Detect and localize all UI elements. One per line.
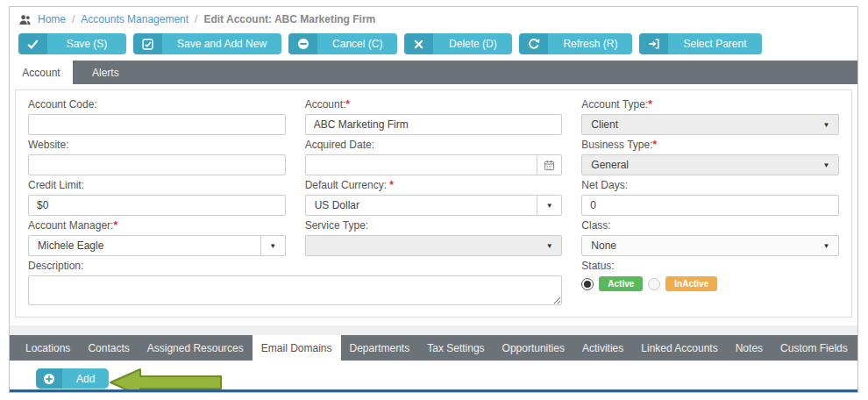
field-net-days: Net Days:	[581, 178, 839, 216]
field-default-currency: Default Currency: * US Dollar ▼	[305, 178, 563, 216]
status-active-radio[interactable]	[581, 278, 594, 290]
toolbar: Save (S) Save and Add New Cancel (C) Del…	[10, 30, 857, 61]
calendar-icon[interactable]	[537, 155, 561, 175]
delete-button-label: Delete (D)	[433, 33, 512, 54]
select-parent-button[interactable]: Select Parent	[639, 33, 761, 54]
net-days-label: Net Days:	[581, 180, 839, 191]
field-description: Description:	[28, 259, 562, 309]
tab-email-domains[interactable]: Email Domains	[253, 335, 341, 361]
users-icon	[18, 14, 32, 25]
x-icon	[404, 33, 433, 54]
minus-circle-icon	[288, 33, 317, 54]
tab-departments[interactable]: Departments	[341, 335, 419, 361]
credit-limit-input[interactable]	[29, 196, 285, 215]
field-class: Class: None ▼	[581, 218, 839, 256]
tab-tax-settings[interactable]: Tax Settings	[418, 335, 493, 361]
section-divider	[10, 325, 857, 335]
detail-tabstrip: Locations Contacts Assigned Resources Em…	[10, 335, 857, 361]
tab-notes[interactable]: Notes	[727, 335, 772, 361]
required-marker: *	[389, 179, 394, 191]
plus-circle-icon	[36, 368, 62, 389]
delete-button[interactable]: Delete (D)	[404, 33, 512, 54]
default-currency-label: Default Currency: *	[305, 180, 563, 191]
tab-linked-accounts[interactable]: Linked Accounts	[632, 335, 726, 361]
description-textarea[interactable]	[28, 275, 562, 305]
status-inactive-badge[interactable]: InActive	[665, 276, 717, 291]
status-inactive-radio[interactable]	[648, 278, 660, 290]
tab-account[interactable]: Account	[10, 61, 73, 84]
account-form-panel: Account Code: Account:* Account Type:* C…	[15, 89, 852, 318]
account-code-label: Account Code:	[28, 99, 286, 111]
breadcrumb: Home / Accounts Management / Edit Accoun…	[10, 7, 857, 30]
required-marker: *	[648, 98, 652, 111]
checkbox-icon	[133, 33, 162, 54]
status-active-badge[interactable]: Active	[599, 276, 643, 291]
breadcrumb-home-link[interactable]: Home	[38, 13, 66, 25]
account-input[interactable]	[306, 115, 562, 134]
field-acquired-date: Acquired Date:	[305, 138, 563, 175]
tab-assigned-resources[interactable]: Assigned Resources	[139, 335, 253, 361]
top-tabstrip: Account Alerts	[10, 61, 857, 84]
field-credit-limit: Credit Limit:	[28, 178, 286, 216]
class-label: Class:	[581, 220, 839, 232]
tab-locations[interactable]: Locations	[17, 335, 79, 361]
tab-alerts[interactable]: Alerts	[73, 67, 139, 79]
add-button[interactable]: Add	[36, 368, 109, 389]
tab-activities[interactable]: Activities	[573, 335, 632, 361]
chevron-down-icon: ▼	[537, 242, 561, 250]
net-days-input[interactable]	[582, 196, 838, 215]
save-button-label: Save (S)	[47, 33, 126, 54]
save-button[interactable]: Save (S)	[18, 33, 126, 54]
business-type-label: Business Type:*	[581, 139, 839, 151]
sign-in-icon	[639, 33, 668, 54]
service-type-select[interactable]: ▼	[305, 235, 563, 256]
field-account-manager: Account Manager:* Michele Eagle ▼	[28, 218, 286, 256]
breadcrumb-separator: /	[195, 13, 197, 25]
field-account-code: Account Code:	[28, 97, 286, 135]
chevron-down-icon: ▼	[260, 236, 285, 255]
service-type-label: Service Type:	[305, 220, 563, 232]
window-bottom-edge	[10, 389, 857, 392]
top-tabstrip-bar: Alerts	[73, 61, 857, 84]
email-domains-panel: Add EMAIL DOMAIN ADDED BY ADDED ON	[10, 361, 857, 393]
refresh-button[interactable]: Refresh (R)	[519, 33, 632, 54]
description-label: Description:	[28, 261, 562, 272]
select-parent-button-label: Select Parent	[668, 33, 761, 54]
status-label: Status:	[581, 261, 839, 272]
business-type-select[interactable]: General ▼	[581, 154, 839, 175]
acquired-date-input[interactable]	[306, 155, 537, 175]
tab-opportunities[interactable]: Opportunities	[494, 335, 573, 361]
default-currency-select[interactable]: US Dollar ▼	[305, 195, 563, 216]
account-type-label: Account Type:*	[581, 99, 839, 111]
tab-custom-fields[interactable]: Custom Fields	[772, 335, 857, 361]
field-account-type: Account Type:* Client ▼	[581, 97, 839, 135]
save-and-add-new-button-label: Save and Add New	[162, 33, 281, 54]
website-label: Website:	[28, 139, 286, 151]
cancel-button[interactable]: Cancel (C)	[288, 33, 397, 54]
account-label: Account:*	[305, 99, 563, 111]
website-input[interactable]	[29, 155, 285, 175]
chevron-down-icon: ▼	[815, 121, 838, 129]
window-frame: Home / Accounts Management / Edit Accoun…	[9, 6, 858, 393]
field-account: Account:*	[305, 97, 563, 135]
add-button-label: Add	[62, 368, 109, 389]
tab-contacts[interactable]: Contacts	[79, 335, 138, 361]
account-code-input[interactable]	[29, 115, 285, 134]
check-icon	[18, 33, 47, 54]
account-manager-select[interactable]: Michele Eagle ▼	[28, 235, 286, 256]
field-website: Website:	[28, 138, 286, 175]
required-marker: *	[113, 219, 117, 232]
save-and-add-new-button[interactable]: Save and Add New	[133, 33, 281, 54]
required-marker: *	[653, 139, 658, 151]
account-type-select[interactable]: Client ▼	[581, 114, 839, 135]
class-select[interactable]: None ▼	[581, 235, 839, 256]
breadcrumb-separator: /	[72, 13, 75, 25]
cancel-button-label: Cancel (C)	[317, 33, 397, 54]
refresh-icon	[519, 33, 548, 54]
chevron-down-icon: ▼	[815, 161, 838, 169]
field-status: Status: Active InActive	[581, 259, 839, 309]
field-business-type: Business Type:* General ▼	[581, 138, 839, 175]
breadcrumb-accounts-management-link[interactable]: Accounts Management	[81, 13, 189, 25]
breadcrumb-current-page: Edit Account: ABC Marketing Firm	[203, 13, 375, 25]
tab-attachments[interactable]: Attachments 0	[857, 335, 858, 361]
